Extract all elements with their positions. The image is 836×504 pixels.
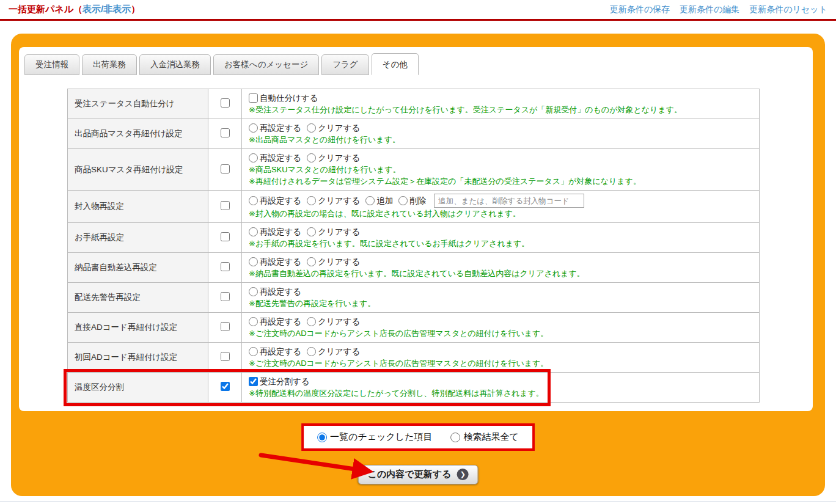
option-label: 自動仕分けする <box>260 92 318 104</box>
scope-option[interactable]: 一覧のチェックした項目 <box>317 431 432 443</box>
row-select-checkbox[interactable] <box>221 164 230 173</box>
tab-shipping[interactable]: 出荷業務 <box>82 54 137 75</box>
option-label: 再設定する <box>260 152 301 164</box>
row-options-cell: 再設定するクリアする※商品SKUマスタとの紐付けを行います。※再紐付けされるデー… <box>242 149 760 191</box>
option-label: 削除 <box>409 195 426 206</box>
row-label: 直接ADコード再紐付け設定 <box>68 313 208 343</box>
table-row: 受注ステータス自動仕分け自動仕分けする※受注ステータス仕分け設定にしたがって仕分… <box>68 89 760 119</box>
update-conditions-edit-link[interactable]: 更新条件の編集 <box>680 4 739 15</box>
row-select-checkbox[interactable] <box>221 201 230 210</box>
row-select-cell <box>208 223 242 253</box>
row-select-checkbox[interactable] <box>221 352 230 361</box>
tab-order-info[interactable]: 受注情報 <box>24 54 79 75</box>
option-radio-input[interactable] <box>249 123 258 133</box>
option-radio[interactable]: クリアする <box>307 122 360 134</box>
option-radio-input[interactable] <box>249 153 258 163</box>
row-label: 温度区分分割 <box>68 373 208 403</box>
option-checkbox[interactable]: 受注分割する <box>249 376 310 387</box>
update-conditions-save-link[interactable]: 更新条件の保存 <box>610 4 670 15</box>
option-radio-input[interactable] <box>307 196 316 205</box>
option-radio-input[interactable] <box>365 196 375 205</box>
option-radio-input[interactable] <box>249 227 258 236</box>
option-radio-input[interactable] <box>249 257 258 266</box>
row-label: 封入物再設定 <box>68 191 208 223</box>
enclosure-code-input[interactable] <box>434 194 584 208</box>
panel-content: 受注情報出荷業務入金消込業務お客様へのメッセージフラグその他 受注ステータス自動… <box>19 47 813 411</box>
scope-option-label: 一覧のチェックした項目 <box>330 431 432 443</box>
header-links: 更新条件の保存更新条件の編集更新条件のリセット <box>610 4 827 15</box>
row-select-cell <box>208 119 242 149</box>
option-checkbox-input[interactable] <box>249 93 258 103</box>
option-checkbox[interactable]: 自動仕分けする <box>249 92 318 104</box>
update-button[interactable]: この内容で更新する ❯ <box>358 465 479 484</box>
option-radio[interactable]: 削除 <box>398 195 426 206</box>
scope-radio[interactable] <box>451 433 461 442</box>
option-radio-input[interactable] <box>307 123 316 133</box>
option-label: クリアする <box>318 226 360 238</box>
option-radio[interactable]: クリアする <box>307 316 360 327</box>
option-radio[interactable]: 再設定する <box>249 286 301 298</box>
table-row: 直接ADコード再紐付け設定再設定するクリアする※ご注文時のADコードからアシスト… <box>68 313 760 343</box>
option-radio[interactable]: クリアする <box>307 256 360 268</box>
option-radio[interactable]: 再設定する <box>249 226 301 238</box>
row-select-checkbox[interactable] <box>221 128 230 137</box>
table-row: 温度区分分割受注分割する※特別配送料の温度区分設定にしたがって分割し、特別配送料… <box>68 373 760 403</box>
row-select-checkbox[interactable] <box>221 98 230 108</box>
option-radio[interactable]: クリアする <box>307 226 360 238</box>
row-options-cell: 受注分割する※特別配送料の温度区分設定にしたがって分割し、特別配送料は再計算され… <box>242 373 760 403</box>
toggle-visibility-link[interactable]: 表示/非表示 <box>82 4 131 14</box>
row-options-cell: 再設定するクリアする※お手紙の再設定を行います。既に設定されているお手紙はクリア… <box>242 223 760 253</box>
row-select-cell <box>208 149 242 191</box>
option-label: 再設定する <box>260 346 301 357</box>
table-row: 初回ADコード再紐付け設定再設定するクリアする※ご注文時のADコードからアシスト… <box>68 343 760 373</box>
option-radio-input[interactable] <box>249 196 258 205</box>
option-radio[interactable]: 再設定する <box>249 316 301 327</box>
update-conditions-reset-link[interactable]: 更新条件のリセット <box>749 4 827 15</box>
tab-payment-reconciliation[interactable]: 入金消込業務 <box>139 54 211 75</box>
row-select-cell <box>208 313 242 343</box>
option-radio-input[interactable] <box>307 153 316 163</box>
option-label: 再設定する <box>260 226 301 238</box>
option-radio[interactable]: 再設定する <box>249 122 301 134</box>
option-radio[interactable]: 再設定する <box>249 256 301 268</box>
row-select-checkbox[interactable] <box>221 382 230 391</box>
option-checkbox-input[interactable] <box>249 377 258 386</box>
option-radio-input[interactable] <box>307 347 316 356</box>
row-select-checkbox[interactable] <box>221 232 230 241</box>
option-radio-input[interactable] <box>307 317 316 326</box>
top-header: 一括更新パネル（表示/非表示） 更新条件の保存更新条件の編集更新条件のリセット <box>0 0 836 19</box>
option-radio-input[interactable] <box>249 347 258 356</box>
option-radio[interactable]: クリアする <box>307 152 360 164</box>
page-title: 一括更新パネル <box>9 4 73 14</box>
option-radio[interactable]: 追加 <box>365 195 393 206</box>
tab-other[interactable]: その他 <box>372 53 419 75</box>
row-label: 配送先警告再設定 <box>68 283 208 313</box>
row-select-checkbox[interactable] <box>221 262 230 271</box>
row-select-cell <box>208 253 242 283</box>
red-divider <box>0 19 836 21</box>
row-note: ※再紐付けされるデータは管理システム設定＞在庫設定の「未配送分の受注ステータス」… <box>249 175 752 187</box>
row-note: ※ご注文時のADコードからアシスト店長の広告管理マスタとの紐付けを行います。 <box>249 327 752 339</box>
option-radio[interactable]: 再設定する <box>249 346 301 357</box>
tab-flag[interactable]: フラグ <box>321 54 369 75</box>
option-radio-input[interactable] <box>398 196 408 205</box>
table-row: 納品書自動差込再設定再設定するクリアする※納品書自動差込の再設定を行います。既に… <box>68 253 760 283</box>
option-radio-input[interactable] <box>249 317 258 326</box>
option-radio[interactable]: クリアする <box>307 346 360 357</box>
option-label: 受注分割する <box>260 376 310 387</box>
option-radio-input[interactable] <box>307 257 316 266</box>
option-radio[interactable]: クリアする <box>307 195 360 206</box>
row-options-cell: 再設定するクリアする※納品書自動差込の再設定を行います。既に設定されている自動差… <box>242 253 760 283</box>
option-radio[interactable]: 再設定する <box>249 195 301 206</box>
row-select-checkbox[interactable] <box>221 322 230 331</box>
row-select-cell <box>208 343 242 373</box>
option-radio[interactable]: 再設定する <box>249 152 301 164</box>
scope-radio[interactable] <box>317 433 327 442</box>
scope-option[interactable]: 検索結果全て <box>451 431 519 443</box>
option-label: 再設定する <box>260 256 301 268</box>
row-select-checkbox[interactable] <box>221 292 230 301</box>
row-select-cell <box>208 283 242 313</box>
option-radio-input[interactable] <box>307 227 316 236</box>
option-radio-input[interactable] <box>249 287 258 296</box>
tab-customer-message[interactable]: お客様へのメッセージ <box>213 54 319 75</box>
